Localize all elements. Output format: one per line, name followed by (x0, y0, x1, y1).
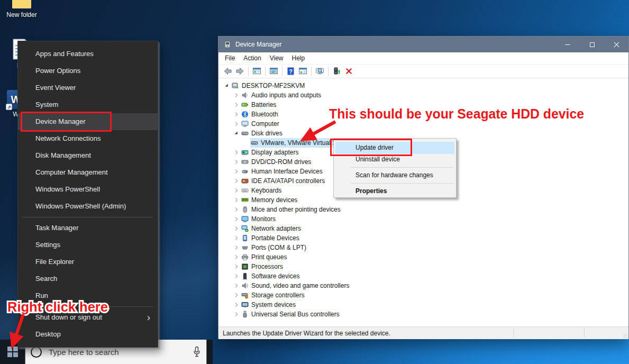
desktop-icon-new-folder[interactable]: New folder (3, 0, 40, 19)
context-item-uninstall-device[interactable]: Uninstall device (335, 154, 454, 165)
tree-item[interactable]: Sound, video and game controllers (218, 281, 628, 290)
winx-item-run[interactable]: Run (18, 287, 158, 304)
expand-chevron-icon[interactable] (232, 215, 241, 223)
expand-chevron-icon[interactable] (232, 101, 241, 108)
expand-chevron-icon[interactable] (232, 311, 241, 318)
winx-item-task-manager[interactable]: Task Manager (18, 220, 158, 236)
tree-item[interactable]: Ports (COM & LPT) (218, 243, 628, 252)
action-pane-icon[interactable] (298, 67, 307, 76)
maximize-button[interactable] (580, 37, 604, 52)
update-driver-icon[interactable] (332, 67, 341, 76)
tree-item[interactable]: Processors (218, 262, 628, 271)
tree-item-body: Universal Serial Bus controllers (241, 310, 341, 319)
console-tree-icon[interactable] (252, 67, 261, 76)
expand-chevron-icon[interactable] (232, 225, 241, 232)
tree-item[interactable]: DESKTOP-MF2SKVM (218, 81, 628, 90)
winx-item-windows-powershell-admin-[interactable]: Windows PowerShell (Admin) (18, 198, 158, 215)
winx-item-computer-management[interactable]: Computer Management (18, 164, 158, 181)
expand-chevron-icon[interactable] (232, 244, 241, 251)
expand-chevron-icon[interactable] (232, 234, 241, 242)
tree-item[interactable]: Bluetooth (218, 110, 628, 119)
expand-chevron-icon[interactable] (232, 292, 241, 299)
winx-item-file-explorer[interactable]: File Explorer (18, 253, 158, 270)
tree-item-label: Computer (251, 120, 279, 128)
tree-item[interactable]: Universal Serial Bus controllers (218, 310, 628, 319)
status-bar: Launches the Update Driver Wizard for th… (218, 326, 628, 339)
expand-chevron-icon[interactable] (232, 120, 241, 128)
tree-item[interactable]: Storage controllers (218, 290, 628, 300)
desktop: New folder lau W➚ W Device Manager FileA… (0, 0, 629, 364)
menu-divider (351, 167, 454, 168)
tree-item-label: Batteries (251, 101, 276, 108)
tree-item[interactable]: Software devices (218, 271, 628, 281)
tree-item[interactable]: Portable Devices (218, 233, 628, 243)
winx-item-desktop[interactable]: Desktop (18, 326, 158, 343)
menubar-item-file[interactable]: File (221, 54, 239, 62)
tree-item-body: Processors (241, 262, 285, 271)
winx-item-power-options[interactable]: Power Options (18, 62, 158, 79)
context-item-scan-for-hardware-changes[interactable]: Scan for hardware changes (335, 170, 454, 181)
context-item-properties[interactable]: Properties (335, 186, 454, 197)
tree-item[interactable]: Print queues (218, 252, 628, 262)
expand-chevron-icon[interactable] (232, 253, 241, 261)
expand-chevron-icon[interactable] (232, 158, 241, 166)
menubar-item-view[interactable]: View (266, 54, 288, 62)
tree-item[interactable]: Audio inputs and outputs (218, 90, 628, 100)
winx-menu: Apps and FeaturesPower OptionsEvent View… (17, 41, 158, 348)
expand-chevron-icon[interactable] (232, 92, 241, 99)
menubar-item-action[interactable]: Action (239, 54, 265, 62)
tree-item-label: Audio inputs and outputs (251, 92, 321, 99)
expand-chevron-icon[interactable] (232, 282, 241, 289)
winx-item-windows-powershell[interactable]: Windows PowerShell (18, 181, 158, 198)
menu-item-label: Apps and Features (35, 50, 94, 58)
minimize-button[interactable] (555, 37, 580, 52)
winx-item-apps-and-features[interactable]: Apps and Features (18, 46, 158, 62)
context-item-update-driver[interactable]: Update driver (335, 142, 454, 154)
tree-item[interactable]: Network adapters (218, 224, 628, 233)
properties-icon[interactable] (269, 67, 278, 76)
cdrom-icon (241, 158, 249, 166)
winx-item-system[interactable]: System (18, 96, 158, 113)
winx-item-network-connections[interactable]: Network Connections (18, 130, 158, 147)
microphone-icon[interactable] (193, 346, 201, 358)
tree-item-label: System devices (251, 301, 296, 308)
expand-chevron-icon[interactable] (232, 206, 241, 213)
collapse-chevron-icon[interactable] (223, 82, 231, 89)
winx-item-settings[interactable]: Settings (18, 236, 158, 253)
scan-view-icon[interactable] (315, 67, 324, 76)
winx-item-event-viewer[interactable]: Event Viewer (18, 79, 158, 96)
expand-chevron-icon[interactable] (232, 301, 241, 308)
tree-item[interactable]: Disk drives (218, 129, 628, 138)
help-icon[interactable] (286, 67, 295, 76)
forward-icon[interactable] (235, 67, 244, 76)
expand-chevron-icon[interactable] (232, 263, 241, 270)
expand-chevron-icon[interactable] (232, 149, 241, 156)
tree-item-body: Software devices (241, 271, 301, 281)
tree-item[interactable]: Computer (218, 119, 628, 129)
close-button[interactable] (604, 37, 628, 52)
uninstall-icon[interactable] (344, 67, 353, 76)
winx-item-search[interactable]: Search (18, 270, 158, 287)
collapse-chevron-icon[interactable] (232, 130, 241, 137)
expand-chevron-icon[interactable] (232, 196, 241, 204)
tree-item[interactable]: Batteries (218, 100, 628, 110)
expand-chevron-icon[interactable] (232, 272, 241, 280)
close-icon (614, 42, 619, 48)
expand-chevron-icon[interactable] (232, 168, 241, 175)
tree-item[interactable]: System devices (218, 300, 628, 310)
title-bar[interactable]: Device Manager (218, 37, 628, 52)
winx-item-shut-down-or-sign-out[interactable]: Shut down or sign out› (18, 309, 158, 326)
status-divider (584, 329, 585, 338)
tree-item[interactable]: Mice and other pointing devices (218, 205, 628, 214)
expand-chevron-icon[interactable] (232, 177, 241, 185)
winx-item-disk-management[interactable]: Disk Management (18, 147, 158, 164)
tree-item-body: Network adapters (241, 224, 303, 233)
winx-item-device-manager[interactable]: Device Manager (18, 113, 158, 130)
menubar-item-help[interactable]: Help (288, 54, 309, 62)
back-icon[interactable] (223, 67, 232, 76)
expand-chevron-icon[interactable] (232, 111, 241, 118)
tree-item-label: Network adapters (251, 225, 301, 232)
tree-item[interactable]: Monitors (218, 214, 628, 224)
expand-chevron-icon[interactable] (232, 187, 241, 194)
resize-grip[interactable] (623, 334, 627, 338)
